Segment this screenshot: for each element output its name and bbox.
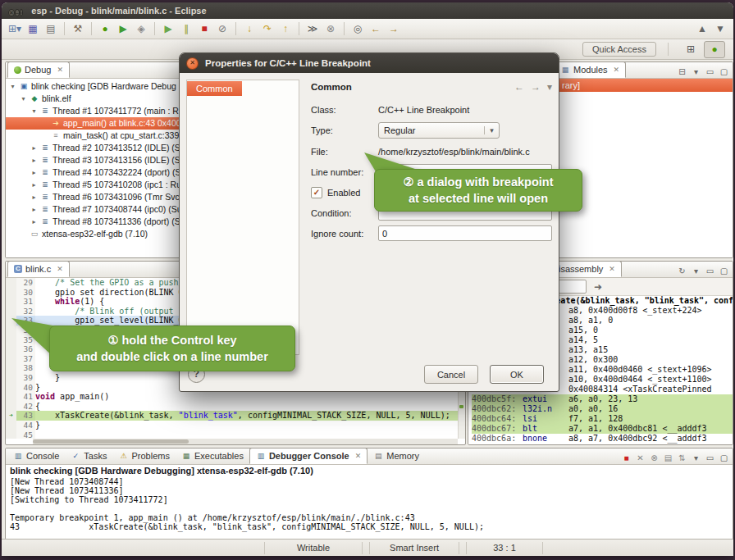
type-dropdown[interactable]: Regular ▾ <box>378 122 500 139</box>
tree-expander-icon[interactable]: ▸ <box>30 166 38 179</box>
window-maximize-button[interactable]: ▫ <box>20 9 23 16</box>
view-menu-icon[interactable]: ▾ <box>690 66 702 78</box>
tab-close-icon[interactable]: ✕ <box>355 452 362 460</box>
view-menu-icon[interactable]: ▾ <box>547 81 552 93</box>
quick-access-button[interactable]: Quick Access <box>582 42 656 57</box>
navigate-back-icon[interactable]: ← <box>368 21 384 37</box>
minimize-icon[interactable]: ▭ <box>704 66 716 78</box>
horizontal-scrollbar[interactable] <box>33 439 458 444</box>
tab-blink-c[interactable]: C blink.c ✕ <box>7 261 70 277</box>
save-icon[interactable]: ▦ <box>25 21 41 37</box>
maximize-icon[interactable]: ▢ <box>718 452 730 464</box>
line-number[interactable]: 41 <box>16 392 35 402</box>
tree-expander-icon[interactable]: ▾ <box>20 93 27 105</box>
tab-executables[interactable]: ▦Executables <box>176 448 249 464</box>
tab-debugger-console[interactable]: ▥Debugger Console✕ <box>249 448 368 464</box>
debug-tree-item[interactable]: ▾≣Thread #1 1073411772 (main : Runn <box>6 105 181 117</box>
tab-close-icon[interactable]: ✕ <box>57 66 63 74</box>
line-number[interactable]: 45 <box>16 430 35 439</box>
tree-expander-icon[interactable]: ▾ <box>30 105 38 117</box>
line-number[interactable]: 40 <box>16 383 35 393</box>
line-number[interactable]: 43 <box>16 411 35 421</box>
line-number[interactable]: 31 <box>16 297 35 307</box>
scroll-lock-icon[interactable]: ⇅ <box>676 452 688 464</box>
tab-debug[interactable]: Debug ✕ <box>7 61 70 78</box>
code-line[interactable]: ➔43 xTaskCreate(&blink_task, "blink_task… <box>6 411 465 421</box>
tree-expander-icon[interactable]: ▸ <box>30 142 38 154</box>
cancel-button[interactable]: Cancel <box>424 365 478 384</box>
debug-tree-item[interactable]: ▸≣Thread #6 1073431096 (Tmr Svc) (S <box>6 191 181 203</box>
scrollbar-thumb[interactable] <box>33 439 189 444</box>
ignore-count-input[interactable] <box>378 225 552 241</box>
tree-expander-icon[interactable]: ▸ <box>30 179 38 191</box>
display-console-icon[interactable]: ▾ <box>690 452 702 464</box>
terminate-icon[interactable]: ■ <box>196 21 212 37</box>
enabled-checkbox[interactable]: ✓ <box>311 187 322 198</box>
remove-all-launches-icon[interactable]: ⊗ <box>648 452 660 464</box>
line-number[interactable]: 44 <box>16 421 35 430</box>
collapse-all-icon[interactable]: ⊟ <box>676 66 688 78</box>
tree-expander-icon[interactable]: ▸ <box>30 203 38 216</box>
disconnect-icon[interactable]: ⊘ <box>214 21 231 37</box>
window-minimize-button[interactable]: – <box>15 9 20 16</box>
line-number[interactable]: 29 <box>16 278 35 288</box>
build-icon[interactable]: ⚒ <box>70 21 86 37</box>
dialog-close-button[interactable]: ✕ <box>186 57 199 70</box>
code-line[interactable]: 45 <box>6 430 465 439</box>
debug-perspective-icon[interactable]: ● <box>704 41 725 58</box>
navigate-forward-icon[interactable]: → <box>386 21 402 37</box>
line-number[interactable]: 39 <box>16 373 35 383</box>
tab-close-icon[interactable]: ✕ <box>614 66 620 74</box>
debug-tree-item[interactable]: ▸≣Thread #4 1073432224 (dport) (Sus <box>6 166 181 179</box>
tree-expander-icon[interactable]: ▸ <box>30 216 38 228</box>
tab-modules[interactable]: ▦ Modules ✕ <box>554 61 626 78</box>
debug-tree-item[interactable]: ▸≣Thread #5 1073410208 (ipc1 : Runni <box>6 179 181 191</box>
print-icon[interactable]: ▤ <box>43 21 59 37</box>
skip-breakpoints-icon[interactable]: ⊗ <box>322 21 339 37</box>
clear-console-icon[interactable]: ▤ <box>662 452 674 464</box>
step-return-icon[interactable]: ↑ <box>277 21 294 37</box>
minimize-icon[interactable]: ▭ <box>704 452 716 464</box>
debug-icon[interactable]: ● <box>97 21 113 37</box>
debug-tree-item[interactable]: ▸≣Thread #7 1073408744 (ipc0) (Susp <box>6 203 181 216</box>
minimize-icon[interactable]: ▭ <box>704 265 716 277</box>
debug-tree-item[interactable]: ➔app_main() at blink.c:43 0x400db <box>6 117 181 130</box>
forward-icon[interactable]: → <box>531 81 541 93</box>
suspend-icon[interactable]: ∥ <box>178 21 194 37</box>
prev-annotation-icon[interactable]: ▲ <box>694 21 710 37</box>
code-line[interactable]: 42{ <box>6 402 465 412</box>
ok-button[interactable]: OK <box>490 365 544 384</box>
maximize-icon[interactable]: ▢ <box>718 66 730 78</box>
tab-close-icon[interactable]: ✕ <box>609 265 615 273</box>
view-menu-icon[interactable]: ▾ <box>690 265 702 277</box>
external-tools-icon[interactable]: ◈ <box>133 21 149 37</box>
tab-console[interactable]: ▥Console <box>7 448 65 464</box>
window-close-button[interactable]: ✕ <box>8 9 15 16</box>
tree-expander-icon[interactable]: ▾ <box>9 80 16 93</box>
next-annotation-icon[interactable]: ▼ <box>712 21 728 37</box>
maximize-icon[interactable]: ▢ <box>718 265 730 277</box>
debug-tree-item[interactable]: ▾◆blink.elf <box>6 93 181 105</box>
back-icon[interactable]: ← <box>514 81 524 93</box>
new-wizard-icon[interactable]: ⊞▾ <box>7 21 23 37</box>
tree-expander-icon[interactable]: ▸ <box>30 191 38 203</box>
refresh-icon[interactable]: ↻ <box>676 265 688 277</box>
tree-expander-icon[interactable]: ▸ <box>30 154 38 166</box>
debug-tree-item[interactable]: ▭xtensa-esp32-elf-gdb (7.10) <box>6 228 181 240</box>
search-icon[interactable]: ◎ <box>349 21 366 37</box>
category-common[interactable]: Common <box>187 81 242 96</box>
tab-tasks[interactable]: ✓Tasks <box>65 448 112 464</box>
resume-icon[interactable]: ▶ <box>160 21 176 37</box>
open-perspective-icon[interactable]: ⊞ <box>680 41 701 58</box>
step-into-icon[interactable]: ↓ <box>241 21 258 37</box>
code-line[interactable]: 44} <box>6 421 465 430</box>
debug-tree-item[interactable]: ≡main_task() at cpu_start.c:339 0x4 <box>6 130 181 142</box>
run-icon[interactable]: ▶ <box>115 21 131 37</box>
remove-launch-icon[interactable]: ✕ <box>634 452 646 464</box>
tab-close-icon[interactable]: ✕ <box>57 265 63 273</box>
terminate-icon[interactable]: ■ <box>620 452 632 464</box>
tab-problems[interactable]: ⚠Problems <box>112 448 175 464</box>
instruction-stepping-icon[interactable]: ≫ <box>304 21 321 37</box>
go-icon[interactable]: ➜ <box>590 279 606 294</box>
line-number[interactable]: 42 <box>16 402 35 412</box>
